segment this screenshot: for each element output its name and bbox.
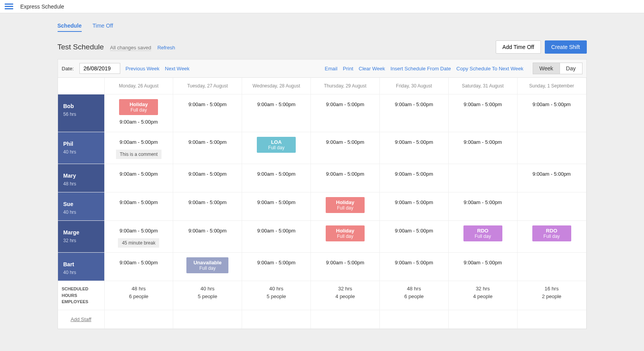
shift[interactable]: 9:00am - 5:00pm [176,197,239,208]
shift[interactable]: 9:00am - 5:00pm [383,257,445,268]
schedule-cell[interactable]: 9:00am - 5:00pm [380,253,449,281]
schedule-cell[interactable]: 9:00am - 5:00pm [242,253,311,281]
schedule-cell[interactable]: 9:00am - 5:00pm [105,164,174,192]
schedule-cell[interactable]: 9:00am - 5:00pm [242,221,311,253]
copy-to-next-week-link[interactable]: Copy Schedule To Next Week [456,66,523,72]
schedule-cell[interactable]: 9:00am - 5:00pm [518,164,586,192]
schedule-cell[interactable] [518,253,586,281]
status-badge[interactable]: LOAFull day [257,137,296,153]
shift[interactable]: 9:00am - 5:00pm [383,137,445,147]
schedule-cell[interactable]: UnavailableFull day [173,253,242,281]
shift[interactable]: 9:00am - 5:00pm [314,257,376,268]
refresh-link[interactable]: Refresh [157,45,175,51]
previous-week-link[interactable]: Previous Week [126,66,160,72]
schedule-cell[interactable]: 9:00am - 5:00pm [173,164,242,192]
status-badge[interactable]: HolidayFull day [326,197,365,213]
add-staff-link[interactable]: Add Staff [58,310,105,329]
staff-cell[interactable]: Marge 32 hrs [58,221,105,253]
schedule-cell[interactable]: 9:00am - 5:00pm [518,94,586,132]
day-view-button[interactable]: Day [560,63,583,74]
staff-cell[interactable]: Bob 56 hrs [58,94,105,132]
date-input[interactable] [79,63,120,74]
schedule-cell[interactable]: 9:00am - 5:00pm [449,94,518,132]
schedule-cell[interactable]: 9:00am - 5:00pm45 minute break [105,221,174,253]
schedule-cell[interactable]: HolidayFull day9:00am - 5:00pm [105,94,174,132]
schedule-cell[interactable] [518,132,586,164]
schedule-cell[interactable]: 9:00am - 5:00pm [173,94,242,132]
staff-cell[interactable]: Phil 40 hrs [58,132,105,164]
schedule-cell[interactable]: 9:00am - 5:00pm [242,164,311,192]
staff-cell[interactable]: Sue 40 hrs [58,192,105,221]
schedule-cell[interactable]: HolidayFull day [311,192,380,221]
shift[interactable]: 9:00am - 5:00pm [108,169,170,179]
schedule-cell[interactable]: 9:00am - 5:00pm [380,164,449,192]
shift[interactable]: 9:00am - 5:00pm [521,169,583,179]
schedule-cell[interactable]: 9:00am - 5:00pm [311,132,380,164]
shift[interactable]: 9:00am - 5:00pm [383,99,445,110]
schedule-cell[interactable]: 9:00am - 5:00pm [311,164,380,192]
schedule-cell[interactable]: 9:00am - 5:00pm [105,192,174,221]
status-badge[interactable]: UnavailableFull day [186,257,228,273]
shift[interactable]: 9:00am - 5:00pm [176,137,239,147]
shift[interactable]: 9:00am - 5:00pm [176,225,239,236]
next-week-link[interactable]: Next Week [165,66,190,72]
shift-comment[interactable]: 45 minute break [118,238,159,248]
tab-timeoff[interactable]: Time Off [93,23,113,32]
schedule-cell[interactable]: 9:00am - 5:00pm [380,132,449,164]
shift[interactable]: 9:00am - 5:00pm [452,197,514,208]
shift[interactable]: 9:00am - 5:00pm [108,225,170,236]
shift[interactable]: 9:00am - 5:00pm [314,169,376,179]
shift[interactable]: 9:00am - 5:00pm [383,197,445,208]
shift[interactable]: 9:00am - 5:00pm [452,99,514,110]
shift[interactable]: 9:00am - 5:00pm [314,137,376,147]
shift[interactable]: 9:00am - 5:00pm [245,257,307,268]
staff-cell[interactable]: Bart 40 hrs [58,253,105,281]
status-badge[interactable]: RDOFull day [532,225,571,241]
shift[interactable]: 9:00am - 5:00pm [108,257,170,268]
shift[interactable]: 9:00am - 5:00pm [108,197,170,208]
print-link[interactable]: Print [343,66,353,72]
schedule-cell[interactable]: LOAFull day [242,132,311,164]
schedule-cell[interactable]: 9:00am - 5:00pm [380,94,449,132]
status-badge[interactable]: HolidayFull day [119,99,158,115]
add-time-off-button[interactable]: Add Time Off [496,40,540,54]
create-shift-button[interactable]: Create Shift [545,40,587,54]
shift[interactable]: 9:00am - 5:00pm [521,99,583,110]
shift[interactable]: 9:00am - 5:00pm [383,169,445,179]
shift[interactable]: 9:00am - 5:00pm [245,99,307,110]
email-link[interactable]: Email [325,66,338,72]
shift[interactable]: 9:00am - 5:00pm [245,225,307,236]
schedule-cell[interactable]: 9:00am - 5:00pm [105,253,174,281]
status-badge[interactable]: HolidayFull day [326,225,365,241]
schedule-cell[interactable]: 9:00am - 5:00pm [173,192,242,221]
schedule-cell[interactable]: 9:00am - 5:00pm [380,192,449,221]
staff-cell[interactable]: Mary 48 hrs [58,164,105,192]
tab-schedule[interactable]: Schedule [58,23,82,32]
insert-from-date-link[interactable]: Insert Schedule From Date [390,66,451,72]
shift[interactable]: 9:00am - 5:00pm [245,197,307,208]
shift[interactable]: 9:00am - 5:00pm [176,169,239,179]
shift[interactable]: 9:00am - 5:00pm [383,225,445,236]
schedule-cell[interactable]: 9:00am - 5:00pm [449,132,518,164]
clear-week-link[interactable]: Clear Week [359,66,385,72]
schedule-cell[interactable]: 9:00am - 5:00pm [173,221,242,253]
schedule-cell[interactable]: 9:00am - 5:00pmThis is a comment [105,132,174,164]
schedule-cell[interactable]: 9:00am - 5:00pm [380,221,449,253]
schedule-cell[interactable]: 9:00am - 5:00pm [449,253,518,281]
week-view-button[interactable]: Week [533,63,560,74]
schedule-cell[interactable]: 9:00am - 5:00pm [242,192,311,221]
schedule-cell[interactable]: HolidayFull day [311,221,380,253]
shift-comment[interactable]: This is a comment [116,150,161,159]
shift[interactable]: 9:00am - 5:00pm [452,257,514,268]
shift[interactable]: 9:00am - 5:00pm [245,169,307,179]
schedule-cell[interactable]: RDOFull day [518,221,586,253]
schedule-cell[interactable]: 9:00am - 5:00pm [311,94,380,132]
schedule-cell[interactable]: 9:00am - 5:00pm [242,94,311,132]
shift[interactable]: 9:00am - 5:00pm [314,99,376,110]
schedule-cell[interactable]: RDOFull day [449,221,518,253]
menu-icon[interactable] [5,3,13,9]
shift[interactable]: 9:00am - 5:00pm [108,117,170,127]
schedule-cell[interactable]: 9:00am - 5:00pm [173,132,242,164]
status-badge[interactable]: RDOFull day [463,225,502,241]
schedule-cell[interactable] [449,164,518,192]
